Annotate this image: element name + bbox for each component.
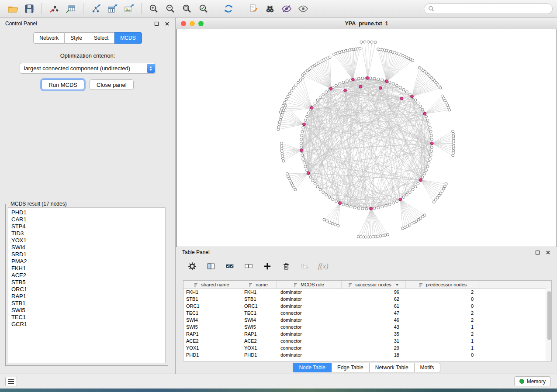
table-cell[interactable]: dominator <box>277 352 342 358</box>
table-cell[interactable]: 96 <box>342 289 406 295</box>
table-cell[interactable]: 2 <box>406 289 480 295</box>
hide-elements-button[interactable] <box>278 2 295 16</box>
table-cell[interactable]: 46 <box>342 317 406 323</box>
table-cell[interactable]: 61 <box>342 303 406 309</box>
network-canvas[interactable] <box>176 29 557 247</box>
mcds-result-item[interactable]: RAP1 <box>8 293 165 300</box>
tab-motifs[interactable]: Motifs <box>415 363 440 372</box>
network-titlebar[interactable]: YPA_prune.txt_1 <box>176 18 557 29</box>
table-scrollbar[interactable] <box>546 289 551 361</box>
column-header-successor-nodes[interactable]: successor nodes <box>342 281 406 289</box>
float-table-panel-button[interactable] <box>534 249 540 255</box>
mcds-result-item[interactable]: ORC1 <box>8 286 165 293</box>
minimize-window-icon[interactable] <box>190 21 195 26</box>
table-cell[interactable]: SWI4 <box>183 317 240 323</box>
table-cell[interactable]: ORC1 <box>240 303 277 309</box>
table-cell[interactable]: dominator <box>277 296 342 302</box>
tab-mcds[interactable]: MCDS <box>114 32 142 44</box>
tab-network[interactable]: Network <box>33 32 65 44</box>
table-row[interactable]: FKH1FKH1dominator962 <box>183 289 546 296</box>
table-row[interactable]: YOX1YOX1connector291 <box>183 344 546 351</box>
show-columns-button[interactable] <box>205 261 217 272</box>
delete-column-button[interactable] <box>280 261 292 272</box>
table-cell[interactable]: STB1 <box>183 296 240 302</box>
refresh-button[interactable] <box>220 2 237 16</box>
table-cell[interactable]: connector <box>277 345 342 351</box>
table-cell[interactable]: 2 <box>406 331 480 337</box>
mcds-result-item[interactable]: STB5 <box>8 279 165 286</box>
table-cell[interactable]: 1 <box>406 338 480 344</box>
table-row[interactable]: PHD1PHD1dominator180 <box>183 351 546 358</box>
table-cell[interactable]: 0 <box>406 352 480 358</box>
table-cell[interactable]: 29 <box>342 345 406 351</box>
table-cell[interactable]: TEC1 <box>240 310 277 316</box>
table-cell[interactable]: 1 <box>406 324 480 330</box>
scrollbar-thumb[interactable] <box>547 291 551 340</box>
table-cell[interactable]: SWI5 <box>183 324 240 330</box>
tab-edge-table[interactable]: Edge Table <box>332 363 370 372</box>
add-column-button[interactable] <box>262 261 273 272</box>
zoom-out-button[interactable] <box>162 2 179 16</box>
find-button[interactable] <box>262 2 278 16</box>
tab-node-table[interactable]: Node Table <box>293 363 332 372</box>
table-cell[interactable]: SWI5 <box>240 324 277 330</box>
table-row[interactable]: ORC1ORC1dominator610 <box>183 303 546 309</box>
column-header-name[interactable]: name <box>240 281 277 289</box>
table-cell[interactable]: dominator <box>277 289 342 295</box>
export-table-button[interactable] <box>104 2 121 16</box>
mcds-result-item[interactable]: CAR1 <box>8 216 165 223</box>
table-cell[interactable]: RAP1 <box>240 331 277 337</box>
table-cell[interactable]: connector <box>277 310 342 316</box>
mcds-result-list[interactable]: PHD1CAR1STP4TID3YOX1SWI4SRD1PMA2FKH1ACE2… <box>8 207 166 363</box>
table-row[interactable]: STB1STB1dominator620 <box>183 296 546 303</box>
export-image-button[interactable] <box>121 2 137 16</box>
memory-button[interactable]: Memory <box>514 376 551 386</box>
mcds-result-item[interactable]: PHD1 <box>8 209 165 216</box>
table-row[interactable]: SWI4SWI4dominator462 <box>183 316 546 323</box>
mcds-result-item[interactable]: SWI5 <box>8 307 165 314</box>
share-document-button[interactable] <box>245 2 262 16</box>
zoom-fit-button[interactable] <box>179 2 195 16</box>
table-cell[interactable]: RAP1 <box>183 331 240 337</box>
column-header-predecessor-nodes[interactable]: predecessor nodes <box>406 281 480 289</box>
mcds-result-item[interactable]: YOX1 <box>8 237 165 244</box>
column-header-shared-name[interactable]: shared name <box>183 281 240 289</box>
search-box[interactable] <box>424 3 553 14</box>
table-cell[interactable]: PHD1 <box>183 352 240 358</box>
mcds-result-item[interactable]: SRD1 <box>8 251 165 258</box>
table-cell[interactable]: dominator <box>277 331 342 337</box>
optimization-criterion-select[interactable]: largest connected component (undirected) <box>20 63 156 74</box>
table-cell[interactable]: ACE2 <box>240 338 277 344</box>
table-cell[interactable]: 43 <box>342 324 406 330</box>
column-header-mcds-role[interactable]: MCDS role <box>277 281 342 289</box>
table-cell[interactable]: 18 <box>342 352 406 358</box>
table-cell[interactable]: TEC1 <box>183 310 240 316</box>
tab-select[interactable]: Select <box>88 32 114 44</box>
import-table-button[interactable] <box>62 2 79 16</box>
table-settings-button[interactable] <box>187 261 198 272</box>
mcds-result-item[interactable]: PMA2 <box>8 258 165 265</box>
mcds-result-item[interactable]: FKH1 <box>8 265 165 272</box>
table-row[interactable]: ACE2ACE2connector311 <box>183 337 546 344</box>
table-cell[interactable]: YOX1 <box>183 345 240 351</box>
table-cell[interactable]: dominator <box>277 317 342 323</box>
save-button[interactable] <box>21 2 38 16</box>
table-cell[interactable]: FKH1 <box>240 289 277 295</box>
mcds-result-item[interactable]: ACE2 <box>8 272 165 279</box>
table-row[interactable]: SWI5SWI5connector431 <box>183 323 546 330</box>
table-cell[interactable]: PHD1 <box>240 352 277 358</box>
table-cell[interactable]: connector <box>277 338 342 344</box>
table-cell[interactable]: YOX1 <box>240 345 277 351</box>
tab-network-table[interactable]: Network Table <box>370 363 415 372</box>
zoom-selected-button[interactable] <box>195 2 212 16</box>
table-cell[interactable]: 47 <box>342 310 406 316</box>
export-network-button[interactable] <box>87 2 104 16</box>
table-row[interactable]: RAP1RAP1dominator352 <box>183 330 546 337</box>
table-cell[interactable]: 1 <box>406 345 480 351</box>
close-panel-button[interactable] <box>164 21 170 27</box>
mcds-result-item[interactable]: STP4 <box>8 223 165 230</box>
table-cell[interactable]: SWI4 <box>240 317 277 323</box>
deselect-all-rows-button[interactable] <box>243 261 254 272</box>
open-file-button[interactable] <box>4 2 21 16</box>
import-network-button[interactable] <box>46 2 62 16</box>
